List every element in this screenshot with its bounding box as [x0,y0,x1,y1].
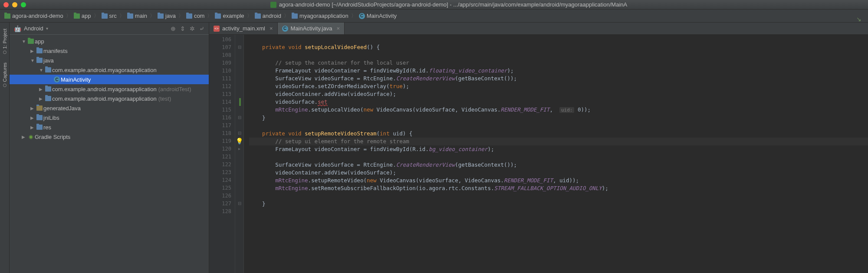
breadcrumb-item[interactable]: myagoraapplication [292,13,349,19]
breadcrumb-label: example [223,13,244,19]
close-window-button[interactable] [3,2,9,7]
folder-icon [292,13,298,19]
breadcrumb-item[interactable]: main [127,13,147,19]
tree-node[interactable]: jniLibs [10,113,209,122]
line-number: 116 [209,114,231,122]
line-number: 106 [209,36,231,43]
minimize-window-button[interactable] [12,2,17,7]
code-line[interactable]: mRtcEngine.setupLocalVideo(new VideoCanv… [249,106,868,114]
tree-arrow-icon[interactable] [30,115,36,120]
android-icon: 🤖 [14,25,21,32]
tree-arrow-icon[interactable] [30,58,36,63]
generated-folder-icon [36,105,43,111]
editor-tab[interactable]: CMainActivity.java× [278,23,345,34]
line-number: 115 [209,106,231,114]
tool-tab-project[interactable]: 1: Project [1,26,8,56]
gear-icon[interactable]: ✲ [190,25,195,32]
code-line[interactable]: videoSurface.setZOrderMediaOverlay(true)… [249,82,868,90]
tree-node[interactable]: com.example.android.myagoraapplication(a… [10,84,209,94]
tree-arrow-icon[interactable] [39,96,44,101]
tree-arrow-icon[interactable] [39,68,44,72]
code-line[interactable]: videoContainer.addView(videoSurface); [249,169,868,177]
breadcrumb-item[interactable]: CMainActivity [359,13,397,19]
tree-label: res [43,124,51,131]
folder-icon [215,13,221,19]
code-line[interactable]: FrameLayout videoContainer = findViewByI… [249,145,868,153]
breadcrumb-item[interactable]: com [186,13,205,19]
code-line[interactable]: } [249,114,868,122]
gutter-icon-slot [235,192,243,200]
zoom-window-button[interactable] [21,2,26,7]
tree-node[interactable]: app [10,36,209,46]
tree-arrow-icon[interactable] [30,106,36,111]
fold-icon[interactable]: ⊟ [235,200,243,207]
code-line[interactable]: mRtcEngine.setupRemoteVideo(new VideoCan… [249,177,868,184]
hide-icon[interactable]: ⤶ [199,25,204,32]
breadcrumb-item[interactable]: example [215,13,244,19]
tree-node[interactable]: ◉Gradle Scripts [10,132,209,141]
collapse-icon[interactable]: ⇕ [180,25,185,32]
breadcrumb-item[interactable]: agora-android-demo [4,13,63,19]
code-line[interactable] [249,192,868,200]
tree-node[interactable]: res [10,122,209,132]
code-editor[interactable]: private void setupLocalVideoFeed() { // … [244,35,868,273]
gutter-icon-slot [235,90,243,98]
folder-icon [36,115,43,120]
tree-node[interactable]: com.example.android.myagoraapplication(t… [10,94,209,103]
editor-tab[interactable]: <>activity_main.xml× [209,23,278,34]
fold-icon[interactable]: ▸ [235,145,243,153]
close-tab-icon[interactable]: × [270,25,273,32]
code-line[interactable]: private void setupLocalVideoFeed() { [249,43,868,51]
code-line[interactable]: } [249,200,868,208]
tree-node[interactable]: generatedJava [10,103,209,113]
breadcrumb-item[interactable]: src [102,13,117,19]
code-line[interactable]: SurfaceView videoSurface = RtcEngine.Cre… [249,75,868,82]
tree-arrow-icon[interactable] [39,87,44,92]
breadcrumb-separator: 〉 [247,12,252,20]
code-line[interactable]: FrameLayout videoContainer = findViewByI… [249,67,868,75]
tool-tab-captures[interactable]: Captures [1,60,8,90]
window-controls [0,2,30,7]
bulb-icon[interactable]: 💡 [236,137,243,145]
code-line[interactable]: // setup ui element for the remote strea… [249,138,868,145]
fold-icon[interactable]: ⊟ [235,43,243,51]
tree-meta: (test) [158,95,171,102]
gutter-icon-slot [235,59,243,67]
code-line[interactable]: videoContainer.addView(videoSurface); [249,90,868,98]
panel-header-title-group[interactable]: 🤖 Android ▾ [14,25,171,32]
line-number: 120 [209,145,231,153]
code-line[interactable] [249,208,868,216]
code-line[interactable] [249,122,868,130]
code-line[interactable] [249,153,868,161]
target-icon[interactable]: ⊕ [171,25,176,32]
breadcrumb-item[interactable]: java [158,13,176,19]
tree-arrow-icon[interactable] [30,49,36,53]
close-tab-icon[interactable]: × [336,25,340,32]
tool-tab-label: 1: Project [2,29,7,49]
code-line[interactable]: private void setupRemoteVideoStream(int … [249,130,868,138]
code-line[interactable] [249,51,868,59]
code-line[interactable]: mRtcEngine.setRemoteSubscribeFallbackOpt… [249,184,868,192]
code-line[interactable] [249,36,868,43]
gutter-icon-slot [235,176,243,184]
folder-icon [45,86,51,92]
nav-forward-icon[interactable]: ↘ [856,16,861,23]
breadcrumb-item[interactable]: android [255,13,281,19]
tree-arrow-icon[interactable] [30,125,36,130]
tree-node[interactable]: manifests [10,46,209,56]
tree-node[interactable]: java [10,56,209,65]
project-tree[interactable]: appmanifestsjavacom.example.android.myag… [10,35,209,273]
code-line[interactable]: // setup the container for the local use… [249,59,868,67]
gutter-icon-slot [235,184,243,192]
code-line[interactable]: SurfaceView videoSurface = RtcEngine.Cre… [249,161,868,169]
fold-icon[interactable]: ⊟ [235,114,243,122]
breadcrumb-item[interactable]: app [74,13,91,19]
fold-icon[interactable]: ⊟ [235,129,243,137]
breadcrumb-separator: 〉 [284,12,289,20]
tree-arrow-icon[interactable] [22,39,27,44]
folder-icon [45,96,51,101]
tree-node[interactable]: com.example.android.myagoraapplication [10,65,209,75]
tree-node[interactable]: CMainActivity [10,75,209,84]
code-line[interactable]: videoSurface.set [249,98,868,106]
tree-arrow-icon[interactable] [22,135,27,139]
